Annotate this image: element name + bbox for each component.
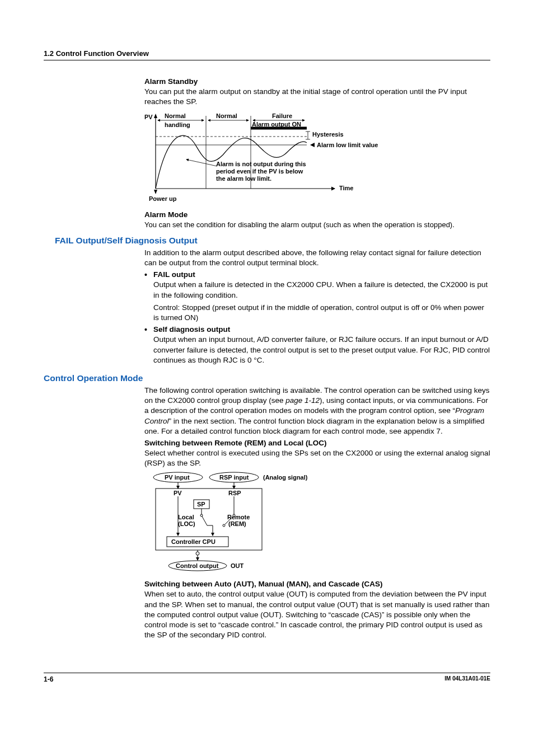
diag-normal-handling1: Normal bbox=[165, 112, 186, 119]
control-mode-intro: The following control operation switchin… bbox=[144, 386, 490, 436]
svg-marker-1 bbox=[154, 114, 157, 118]
fail-output-subtitle: FAIL output bbox=[153, 270, 490, 279]
diag-alarm-low: Alarm low limit value bbox=[317, 142, 378, 148]
diag-note2: period even if the PV is below bbox=[216, 168, 303, 175]
running-header: 1.2 Control Function Overview bbox=[44, 49, 490, 60]
diag-note3: the alarm low limit. bbox=[216, 175, 271, 182]
svg-marker-13 bbox=[310, 143, 315, 147]
alarm-standby-title: Alarm Standby bbox=[144, 77, 490, 86]
bullet-icon: • bbox=[144, 325, 153, 368]
alarm-mode-body: You can set the condition for disabling … bbox=[144, 220, 490, 230]
svg-point-35 bbox=[200, 514, 203, 516]
switch-auto-title: Switching between Auto (AUT), Manual (MA… bbox=[144, 580, 490, 588]
diag-normal-handling2: handling bbox=[165, 121, 190, 128]
page-number: 1-6 bbox=[44, 675, 53, 683]
svg-text:Control output: Control output bbox=[176, 562, 219, 569]
diag-time: Time bbox=[339, 185, 353, 191]
control-mode-heading: Control Operation Mode bbox=[44, 373, 490, 383]
svg-text:Controller CPU: Controller CPU bbox=[171, 538, 216, 545]
svg-marker-16 bbox=[154, 190, 157, 194]
diag-pv-label: PV bbox=[144, 114, 153, 120]
svg-text:Remote: Remote bbox=[227, 514, 250, 520]
svg-text:(LOC): (LOC) bbox=[178, 520, 195, 527]
alarm-mode-title: Alarm Mode bbox=[144, 210, 490, 219]
svg-text:(REM): (REM) bbox=[228, 520, 246, 527]
svg-text:RSP input: RSP input bbox=[219, 474, 249, 481]
diag-failure: Failure bbox=[272, 112, 292, 119]
alarm-standby-diagram: PV Normal handling Normal Failure Alarm … bbox=[144, 110, 490, 207]
diag-powerup: Power up bbox=[149, 195, 177, 202]
fail-output-p1: Output when a failure is detected in the… bbox=[153, 280, 490, 300]
svg-text:Local: Local bbox=[178, 514, 194, 520]
switch-rem-loc-title: Switching between Remote (REM) and Local… bbox=[144, 439, 490, 447]
self-diag-p1: Output when an input burnout, A/D conver… bbox=[153, 335, 490, 365]
svg-text:(Analog signal): (Analog signal) bbox=[263, 474, 308, 481]
fail-output-p2: Control: Stopped (preset output if in th… bbox=[153, 303, 490, 323]
svg-point-44 bbox=[196, 552, 199, 555]
diag-hysteresis: Hysteresis bbox=[312, 131, 344, 138]
diag-note1: Alarm is not output during this bbox=[216, 161, 306, 167]
svg-text:RSP: RSP bbox=[228, 490, 241, 496]
self-diag-subtitle: Self diagnosis output bbox=[153, 325, 490, 334]
alarm-standby-body: You can put the alarm output on standby … bbox=[144, 87, 490, 107]
svg-text:SP: SP bbox=[197, 501, 205, 508]
switch-auto-body: When set to auto, the control output val… bbox=[144, 589, 490, 640]
svg-text:PV input: PV input bbox=[165, 474, 190, 481]
bullet-icon: • bbox=[144, 270, 153, 325]
svg-point-38 bbox=[233, 514, 235, 516]
svg-point-36 bbox=[223, 524, 225, 527]
svg-text:PV: PV bbox=[174, 490, 182, 496]
diag-alarm-on: Alarm output ON bbox=[252, 121, 301, 128]
rem-loc-block-diagram: PV input RSP input (Analog signal) PV RS… bbox=[144, 472, 490, 574]
svg-text:OUT: OUT bbox=[231, 562, 244, 569]
diag-normal: Normal bbox=[216, 112, 237, 119]
svg-line-15 bbox=[186, 159, 217, 166]
fail-output-intro: In addition to the alarm output describe… bbox=[144, 248, 490, 268]
switch-rem-loc-body: Select whether control is executed using… bbox=[144, 448, 490, 468]
fail-output-heading: FAIL Output/Self Diagnosis Output bbox=[55, 236, 490, 246]
doc-number: IM 04L31A01-01E bbox=[444, 675, 490, 683]
